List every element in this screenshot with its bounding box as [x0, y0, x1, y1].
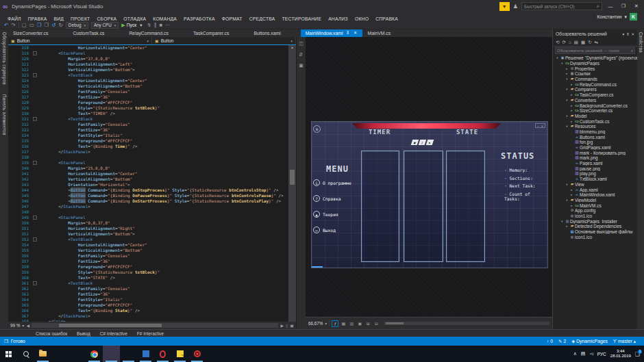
expander-icon[interactable]: ▾ [565, 183, 569, 186]
expander-icon[interactable]: ▸ [569, 83, 574, 86]
pane-menu-icon[interactable]: ▾ [623, 32, 625, 36]
fold-marker[interactable] [32, 100, 38, 105]
tree-item[interactable]: ▾ C# DynamicPages [553, 61, 637, 66]
designer-horizontal-scrollbar[interactable] [384, 322, 549, 325]
designer-zoom-dropdown[interactable]: 66,67% [308, 321, 323, 326]
panel-tab[interactable]: F# Interactive [133, 331, 168, 336]
fold-marker[interactable] [32, 275, 38, 281]
taskbar-button[interactable] [17, 346, 34, 362]
tree-item[interactable]: ▸ C# RelayCommand.cs [553, 81, 637, 87]
menu-item[interactable]: АНАЛИЗ [325, 16, 351, 21]
document-tab[interactable]: MainVM.cs [362, 29, 410, 37]
taskbar-button[interactable] [34, 346, 51, 362]
fold-marker[interactable]: - [33, 117, 37, 121]
tree-item[interactable]: ◍ icon1.ico [553, 214, 637, 219]
collapse-pane-icon[interactable]: ▣ [299, 63, 304, 68]
tree-item[interactable]: ⚙ App.config [553, 208, 637, 214]
tree-item[interactable]: ▸ ⚙ Properties [553, 66, 637, 71]
tree-item[interactable]: ▨ btnmenu.png [553, 129, 637, 135]
fold-marker[interactable] [32, 56, 38, 62]
expander-icon[interactable]: ▾ [565, 114, 569, 118]
fold-marker[interactable] [32, 188, 38, 193]
fold-marker[interactable] [32, 89, 38, 94]
redo-icon[interactable]: ↻ [59, 22, 63, 29]
menu-item[interactable]: ВИД [50, 16, 67, 21]
fold-marker[interactable] [32, 242, 38, 248]
effects-icon[interactable]: ƒ [332, 320, 338, 327]
pin-icon[interactable]: ⊼ [626, 32, 629, 36]
pending-edits[interactable]: ✎ 2 [558, 339, 566, 344]
scroll-up-icon[interactable]: ▲ [288, 45, 296, 51]
fold-marker[interactable] [32, 259, 38, 264]
expander-icon[interactable]: ▸ [569, 188, 574, 192]
fold-marker[interactable] [32, 270, 38, 275]
tree-item[interactable]: ▾ ▰ Converters [553, 98, 637, 103]
play-button-icon[interactable]: ▶ [426, 140, 434, 145]
network-icon[interactable]: ▤ [581, 351, 586, 357]
menu-item[interactable]: ФОРМАТ [219, 16, 246, 21]
expander-icon[interactable]: ▸ [565, 224, 569, 228]
start-debugging-button[interactable]: ▶ Пуск ▾ [121, 22, 144, 29]
preview-menu-item[interactable]: ↦ Выход [313, 227, 336, 233]
fold-marker[interactable] [32, 111, 38, 116]
account-name[interactable]: Константин [597, 14, 621, 19]
forward-icon[interactable]: ⟳ [562, 40, 565, 45]
tree-item[interactable]: ▨ pause.png [553, 166, 637, 171]
pause-button-icon[interactable]: ∥ [419, 140, 427, 145]
expander-icon[interactable]: ▾ [560, 220, 565, 223]
scrollbar-thumb[interactable] [386, 322, 404, 324]
repository-indicator[interactable]: ◈ DynamicPages [571, 339, 608, 344]
minimize-button[interactable]: — [606, 2, 615, 11]
tree-item[interactable]: ▨ play.png [553, 171, 637, 177]
tree-item[interactable]: ▸ C# MainVM.cs [553, 203, 637, 208]
fold-marker[interactable] [32, 166, 38, 171]
solution-platform-dropdown[interactable]: Any CPU▾ [91, 22, 119, 29]
fold-marker[interactable] [32, 133, 38, 138]
expander-icon[interactable]: ▾ [565, 125, 569, 128]
editor-zoom-dropdown[interactable]: 99 % [10, 323, 20, 328]
tree-item[interactable]: ◍ icon1.ico [553, 234, 637, 240]
fold-marker[interactable] [32, 177, 38, 182]
tree-item[interactable]: ▸ C# SizeConverter.cs [553, 108, 637, 114]
pin-icon[interactable]: ⊼ [345, 31, 350, 36]
close-button[interactable]: ✕ [632, 2, 641, 11]
tree-item[interactable]: ‹› Pages.xaml [553, 161, 637, 166]
clock[interactable]: 3:44 28.01.2019 [610, 349, 631, 359]
taskbar-button[interactable] [171, 346, 188, 362]
tree-item[interactable]: ▨ mark.png [553, 155, 637, 161]
expander-icon[interactable]: ▸ [569, 193, 574, 196]
tree-item[interactable]: ▸ C# CustomTask.cs [553, 118, 637, 124]
scroll-left-icon[interactable]: ◀ [26, 323, 29, 328]
expander-icon[interactable]: ▸ [569, 93, 574, 96]
expander-icon[interactable]: ▸ [569, 120, 574, 123]
expander-icon[interactable]: ▾ [555, 56, 560, 60]
back-icon[interactable]: ⟲ [556, 40, 559, 45]
disable-project-code-icon[interactable]: ⊟ [373, 320, 380, 327]
fold-marker[interactable]: - [33, 237, 37, 242]
fold-marker[interactable] [32, 302, 38, 308]
expander-icon[interactable]: ▾ [565, 99, 569, 102]
menu-item[interactable]: ТЕСТИРОВАНИЕ [278, 16, 325, 21]
tree-item[interactable]: ▾ ▣ Решение "DynamicPages" (проектов: 2) [553, 55, 637, 61]
expander-icon[interactable]: ▾ [565, 88, 569, 91]
solution-search-box[interactable]: ⌕ [555, 47, 635, 54]
split-orientation-icon[interactable]: ⇵ [299, 52, 304, 57]
break-all-icon[interactable]: ∥ [154, 22, 157, 29]
menu-item[interactable]: ФАЙЛ [4, 16, 25, 21]
show-grid-icon[interactable]: ▦ [340, 320, 347, 327]
expander-icon[interactable]: ▸ [569, 204, 574, 207]
fold-marker[interactable]: - [33, 281, 37, 285]
tree-item[interactable]: ‹› GridPages.xaml [553, 145, 637, 151]
stop-debugging-icon[interactable]: ■ [160, 22, 163, 29]
editor-vertical-scrollbar[interactable]: ▲ [288, 45, 296, 322]
fold-marker[interactable] [32, 220, 38, 226]
unpushed-commits[interactable]: ↑ 0 [547, 339, 553, 344]
panel-tab[interactable]: Список ошибок [32, 331, 71, 336]
vertical-tool-tab[interactable]: Свойства [639, 32, 643, 53]
taskbar-button[interactable] [69, 346, 86, 362]
fold-marker[interactable] [32, 62, 38, 67]
vertical-tool-tab[interactable]: Обозреватель серверов [2, 32, 7, 85]
fold-marker[interactable]: - [33, 161, 37, 165]
fold-marker[interactable] [32, 83, 38, 89]
document-tab[interactable]: RelayCommand.cs [124, 29, 188, 37]
